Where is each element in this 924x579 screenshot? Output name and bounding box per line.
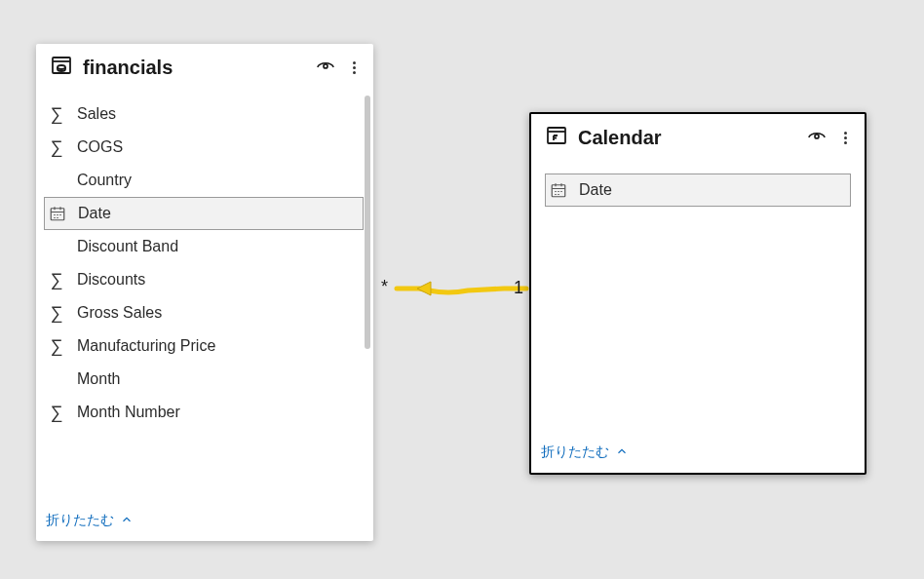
collapse-label: 折りたたむ [46,512,114,529]
field-row[interactable]: ∑ COGS [44,131,364,164]
field-name: Discount Band [77,238,178,255]
calc-table-icon [545,124,568,151]
visibility-icon[interactable] [806,125,828,150]
field-name: Gross Sales [77,304,162,322]
chevron-up-icon [615,444,629,461]
field-name: Sales [77,105,116,123]
field-name: Month [77,370,120,388]
card-header: Calendar [531,114,865,161]
scrollbar[interactable] [365,96,370,349]
cardinality-one: 1 [514,278,523,298]
field-name: Date [78,205,111,222]
field-name: Discounts [77,271,145,289]
chevron-up-icon [120,513,134,529]
field-row[interactable]: ∑ Discounts [44,263,364,296]
calendar-icon [47,205,68,222]
collapse-button[interactable]: 折りたたむ [531,434,865,473]
card-header: financials [36,44,373,91]
sigma-icon: ∑ [46,336,67,357]
model-canvas[interactable]: * 1 financials [0,0,924,579]
table-card-financials[interactable]: financials ∑ Sales ∑ [36,44,373,541]
table-title: financials [83,57,305,79]
svg-point-3 [324,64,327,68]
visibility-icon[interactable] [315,55,336,80]
svg-marker-0 [417,282,431,295]
field-row[interactable]: Date [44,197,364,230]
field-name: Manufacturing Price [77,337,215,355]
field-row[interactable]: Country [44,164,364,197]
svg-point-2 [58,65,65,69]
field-name: Month Number [77,404,180,421]
table-card-calendar[interactable]: Calendar [529,112,866,475]
field-row[interactable]: Date [545,174,851,207]
field-row[interactable]: ∑ Manufacturing Price [44,329,364,363]
more-options-icon[interactable] [839,130,851,146]
field-name: Country [77,172,132,189]
cardinality-many: * [381,277,388,297]
field-row[interactable]: ∑ Month Number [44,396,364,429]
calendar-icon [548,181,569,199]
collapse-button[interactable]: 折りたたむ [36,502,373,541]
field-row[interactable]: Month [44,363,364,396]
field-name: Date [579,181,612,199]
field-name: COGS [77,138,123,156]
table-title: Calendar [578,127,796,149]
table-icon [50,54,73,81]
svg-point-6 [815,135,819,138]
field-row[interactable]: ∑ Gross Sales [44,296,364,329]
sigma-icon: ∑ [46,403,67,423]
field-row[interactable]: ∑ Sales [44,97,364,131]
more-options-icon[interactable] [348,59,360,76]
sigma-icon: ∑ [46,104,67,125]
field-list: ∑ Sales ∑ COGS Country [36,92,373,429]
sigma-icon: ∑ [46,137,67,158]
sigma-icon: ∑ [46,303,67,324]
collapse-label: 折りたたむ [541,444,609,461]
field-list: Date [531,162,865,207]
field-row[interactable]: Discount Band [44,230,364,263]
sigma-icon: ∑ [46,270,67,290]
